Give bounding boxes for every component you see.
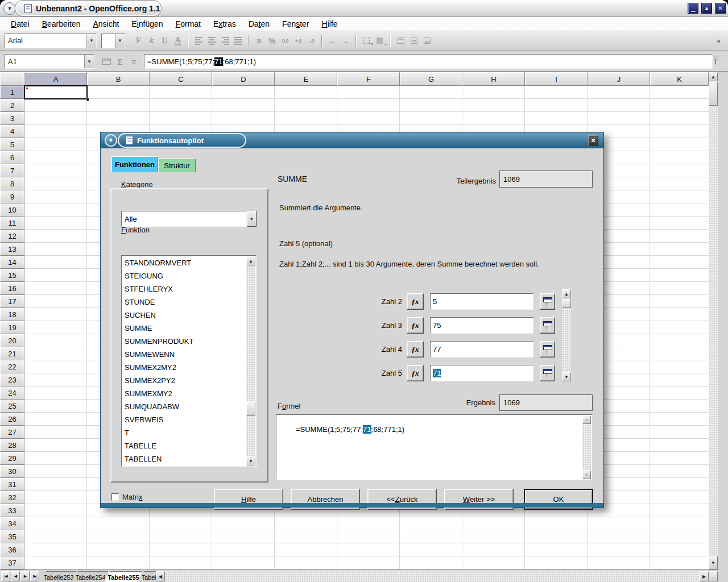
argument-fx-button[interactable]: ƒx [407,317,424,334]
horizontal-scrollbar[interactable] [156,571,709,581]
font-name-dropdown-icon[interactable]: ▼ [86,34,96,48]
first-sheet-button[interactable]: |◀ [1,571,10,581]
row-header-37[interactable]: 37 [0,556,24,569]
column-header-e[interactable]: E [275,72,337,86]
menu-hilfe[interactable]: Hilfe [316,18,344,30]
dialog-close-button[interactable]: ✕ [588,135,598,146]
equals-button[interactable]: = [127,56,140,68]
tab-funktionen[interactable]: Funktionen [111,156,158,172]
font-color-button[interactable]: A [171,34,184,48]
sum-button[interactable]: Σ [114,56,126,68]
justify-button[interactable] [231,34,245,48]
row-header-34[interactable]: 34 [0,517,24,530]
last-sheet-button[interactable]: ▶| [30,571,39,581]
shrink-button[interactable]: ↑ [540,341,555,357]
argument-fx-button[interactable]: ƒx [407,341,424,357]
menu-extras[interactable]: Extras [207,18,242,30]
tab-struktur[interactable]: Struktur [158,159,196,172]
menu-einfgen[interactable]: Einfügen [125,18,169,30]
align-left-button[interactable] [192,34,205,48]
toolbar-overflow-icon[interactable]: ◀ [716,38,720,44]
row-header-32[interactable]: 32 [0,491,24,504]
prev-sheet-button[interactable]: ◀ [11,571,20,581]
scroll-down-icon[interactable]: ▼ [709,556,718,569]
align-bottom-button[interactable] [420,34,433,48]
borders-button[interactable] [360,34,373,48]
row-header-4[interactable]: 4 [0,125,24,138]
argument-input[interactable]: 71 [430,365,533,381]
menu-bearbeiten[interactable]: Bearbeiten [36,18,87,30]
column-header-b[interactable]: B [87,72,150,86]
menu-datei[interactable]: Datei [5,18,36,30]
row-header-17[interactable]: 17 [0,295,24,308]
align-center-button[interactable] [205,34,218,48]
cell-reference-box[interactable]: A1 ▼ [5,54,94,69]
row-header-8[interactable]: 8 [0,177,24,190]
font-size-dropdown-icon[interactable]: ▼ [115,34,125,48]
scroll-left-icon[interactable]: ◀ [156,571,165,581]
number-currency-button[interactable]: ¤ [253,34,266,48]
function-autopilot-button[interactable] [100,56,113,68]
number-percent-button[interactable]: % [266,34,279,48]
row-header-16[interactable]: 16 [0,282,24,295]
column-header-c[interactable]: C [150,72,212,86]
vertical-scroll-thumb[interactable] [709,82,718,106]
row-header-13[interactable]: 13 [0,243,24,256]
row-header-31[interactable]: 31 [0,478,24,491]
shrink-button[interactable]: ↑ [540,365,555,381]
minimize-button[interactable]: ▁ [688,3,698,14]
scroll-down-icon[interactable]: ▼ [582,471,591,479]
menu-daten[interactable]: Daten [242,18,276,30]
row-header-11[interactable]: 11 [0,217,24,230]
row-header-30[interactable]: 30 [0,465,24,478]
scroll-up-icon[interactable]: ▲ [562,289,571,298]
scroll-up-icon[interactable]: ▲ [582,415,591,424]
delete-decimal-button[interactable]: -.0 [305,34,318,48]
menu-fenster[interactable]: Fenster [276,18,315,30]
row-header-19[interactable]: 19 [0,321,24,334]
column-header-i[interactable]: I [525,72,588,86]
column-header-d[interactable]: D [212,72,275,86]
select-all-corner[interactable] [0,72,24,86]
shrink-button[interactable]: ↑ [540,317,555,334]
column-header-k[interactable]: K [650,72,709,86]
row-header-6[interactable]: 6 [0,151,24,164]
row-header-2[interactable]: 2 [0,99,24,112]
close-button[interactable]: ✕ [715,3,726,14]
next-sheet-button[interactable]: ▶ [20,571,30,581]
column-header-h[interactable]: H [462,72,525,86]
bold-button[interactable]: F [132,34,145,48]
argument-fx-button[interactable]: ƒx [407,365,424,381]
formula-input[interactable]: =SUMME(1;5;75;77;71;68;771;1) [144,54,713,69]
underline-button[interactable]: U [158,34,171,48]
argument-input[interactable]: 77 [430,341,533,357]
column-header-a[interactable]: A [24,72,87,86]
row-header-1[interactable]: 1 [0,86,24,99]
sheet-tab-tabelle253[interactable]: Tabelle253 [41,571,76,582]
formula-textarea[interactable]: =SUMME(1;5;75;77;71;68;771;1) ▲ ▼ [276,414,592,480]
row-header-21[interactable]: 21 [0,347,24,360]
add-decimal-button[interactable]: +.0 [292,34,305,48]
fill-handle[interactable] [86,98,89,101]
row-header-14[interactable]: 14 [0,256,24,269]
background-color-button[interactable] [373,34,386,48]
argument-input[interactable]: 5 [430,293,533,310]
row-header-10[interactable]: 10 [0,203,24,217]
argument-fx-button[interactable]: ƒx [407,293,424,310]
row-header-29[interactable]: 29 [0,452,24,465]
row-header-7[interactable]: 7 [0,164,24,177]
menu-format[interactable]: Format [169,18,207,30]
italic-button[interactable]: k [145,34,158,48]
decrease-indent-button[interactable]: ← [326,34,339,48]
sheet-tab-tabelle254[interactable]: Tabelle254 [73,571,108,582]
row-header-24[interactable]: 24 [0,386,24,400]
scroll-right-icon[interactable]: ▶ [700,571,709,581]
scroll-up-icon[interactable]: ▲ [709,72,718,81]
maximize-button[interactable]: ▲ [701,3,712,14]
row-header-23[interactable]: 23 [0,373,24,386]
scroll-down-icon[interactable]: ▼ [562,372,571,381]
matrix-checkbox[interactable] [111,493,119,501]
argument-scroll-thumb[interactable] [562,299,571,308]
shrink-button[interactable]: ↑ [540,293,555,310]
row-header-5[interactable]: 5 [0,138,24,151]
